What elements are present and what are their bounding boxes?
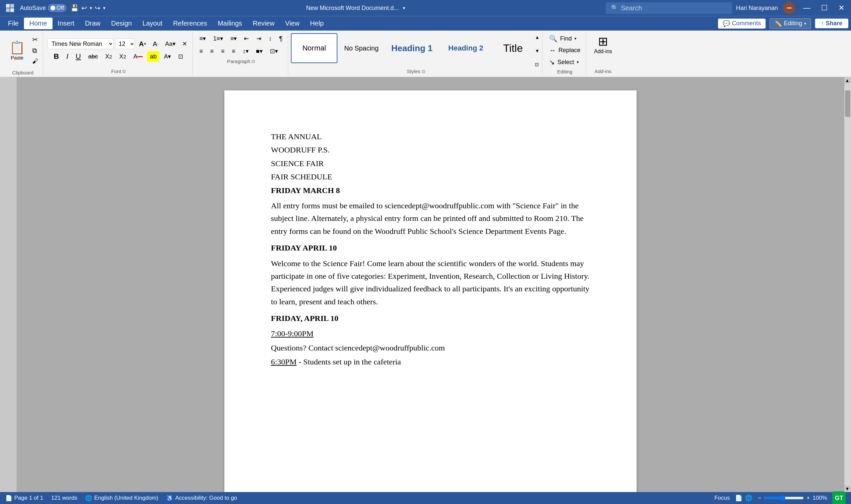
accessibility[interactable]: ♿ Accessibility: Good to go	[166, 495, 237, 502]
svg-rect-3	[6, 8, 10, 12]
format-painter-button[interactable]: 🖌	[30, 57, 40, 66]
share-button[interactable]: ↑ Share	[815, 19, 848, 28]
highlight-button[interactable]: ab	[147, 51, 159, 62]
comments-button[interactable]: 💬 Comments	[718, 19, 766, 29]
menu-layout[interactable]: Layout	[137, 18, 168, 29]
scroll-down-arrow[interactable]: ▼	[844, 485, 850, 492]
undo-button[interactable]: ↩	[82, 4, 87, 12]
underline-button[interactable]: U	[73, 51, 84, 62]
search-bar[interactable]: 🔍	[606, 2, 732, 14]
close-button[interactable]: ✕	[836, 2, 847, 14]
paragraph-expand[interactable]: ⊡	[252, 59, 255, 64]
increase-indent-button[interactable]: ⇥	[254, 33, 264, 44]
addins-icon: ⊞	[598, 35, 608, 49]
cut-button[interactable]: ✂	[30, 35, 40, 44]
shading-para-button[interactable]: ■▾	[253, 46, 265, 56]
borders-button[interactable]: ⊡▾	[267, 46, 281, 56]
style-heading1[interactable]: Heading 1	[385, 33, 439, 63]
menu-draw[interactable]: Draw	[80, 18, 106, 29]
style-no-spacing[interactable]: No Spacing	[338, 33, 385, 63]
clear-format-button[interactable]: ✕	[179, 38, 190, 49]
menu-review[interactable]: Review	[247, 18, 280, 29]
minimize-button[interactable]: —	[800, 2, 813, 14]
text-effect-button[interactable]: A▾	[161, 51, 174, 62]
zoom-out-button[interactable]: −	[758, 495, 761, 502]
restore-button[interactable]: ☐	[818, 2, 830, 14]
superscript-button[interactable]: X2	[117, 51, 129, 62]
line-7: FRIDAY, APRIL 10	[271, 312, 590, 325]
change-case-button[interactable]: Aa▾	[162, 38, 178, 49]
subscript-button[interactable]: X2	[103, 51, 115, 62]
menu-view[interactable]: View	[280, 18, 305, 29]
quick-access-more[interactable]: ▾	[103, 5, 105, 11]
styles-more[interactable]: ⊡	[534, 61, 541, 68]
decrease-indent-button[interactable]: ⇤	[241, 33, 252, 44]
scroll-thumb[interactable]	[845, 90, 850, 117]
style-normal[interactable]: Normal	[291, 33, 337, 63]
select-button[interactable]: ↘ Select ▾	[547, 57, 583, 68]
document-canvas[interactable]: THE ANNUAL WOODRUFF P.S. SCIENCE FAIR FA…	[17, 77, 844, 492]
find-dropdown[interactable]: ▾	[574, 36, 577, 41]
menu-home[interactable]: Home	[24, 18, 52, 29]
show-marks-button[interactable]: ¶	[276, 33, 285, 44]
align-right-button[interactable]: ≡	[218, 46, 227, 56]
redo-button[interactable]: ↪	[95, 4, 101, 12]
addins-button[interactable]: ⊞ Add-ins	[590, 33, 616, 67]
editing-button[interactable]: ✏️ Editing ▾	[769, 18, 811, 29]
zoom-in-button[interactable]: +	[806, 495, 810, 502]
menu-design[interactable]: Design	[106, 18, 137, 29]
font-color-button[interactable]: A	[131, 51, 145, 62]
language[interactable]: 🌐 English (United Kingdom)	[85, 495, 158, 502]
select-dropdown[interactable]: ▾	[577, 60, 579, 65]
copy-button[interactable]: ⧉	[30, 46, 40, 55]
justify-button[interactable]: ≡	[229, 46, 238, 56]
align-center-button[interactable]: ≡	[208, 46, 216, 56]
search-input[interactable]	[621, 4, 727, 12]
save-icon[interactable]: 💾	[70, 4, 79, 12]
scroll-track[interactable]	[844, 84, 851, 485]
print-layout-icon[interactable]: 📄	[735, 494, 742, 502]
numbering-button[interactable]: 1≡▾	[210, 33, 226, 44]
menu-insert[interactable]: Insert	[53, 18, 80, 29]
autosave-toggle[interactable]: Off	[48, 4, 67, 12]
zoom-slider[interactable]	[764, 496, 804, 501]
font-size-select[interactable]: 12 10 14 16	[115, 38, 135, 49]
strikethrough-button[interactable]: abc	[85, 51, 101, 62]
focus-button[interactable]: Focus	[714, 495, 730, 501]
line-spacing-button[interactable]: ↕▾	[240, 46, 251, 56]
find-button[interactable]: 🔍 Find ▾	[547, 33, 583, 44]
font-grow-button[interactable]: A+	[136, 38, 148, 49]
styles-scroll-up[interactable]: ▲	[534, 34, 541, 40]
undo-dropdown[interactable]: ▾	[90, 5, 92, 11]
menu-file[interactable]: File	[3, 18, 24, 29]
replace-button[interactable]: ↔ Replace	[547, 45, 583, 55]
web-layout-icon[interactable]: 🌐	[745, 494, 752, 502]
avatar[interactable]: •••	[783, 2, 795, 14]
vertical-scrollbar[interactable]: ▲ ▼	[844, 77, 851, 492]
paste-button[interactable]: 📋 Paste	[5, 32, 29, 69]
scroll-up-arrow[interactable]: ▲	[844, 77, 850, 84]
font-group-label: Font	[111, 69, 121, 74]
autosave-label: AutoSave	[20, 5, 46, 12]
sort-button[interactable]: ↕	[266, 33, 274, 44]
align-left-button[interactable]: ≡	[197, 46, 206, 56]
styles-expand[interactable]: ⊡	[422, 69, 425, 74]
bullets-button[interactable]: ≡▾	[197, 33, 209, 44]
menu-references[interactable]: References	[168, 18, 212, 29]
style-heading2[interactable]: Heading 2	[439, 33, 492, 63]
bold-button[interactable]: B	[51, 51, 62, 62]
document-page[interactable]: THE ANNUAL WOODRUFF P.S. SCIENCE FAIR FA…	[224, 90, 637, 492]
menu-mailings[interactable]: Mailings	[212, 18, 247, 29]
style-title[interactable]: Title	[493, 33, 533, 63]
font-name-select[interactable]: Times New Roman Arial Calibri	[47, 38, 114, 49]
line-6: FRIDAY APRIL 10	[271, 241, 590, 254]
menu-help[interactable]: Help	[305, 18, 329, 29]
multilevel-button[interactable]: ≡▾	[228, 33, 240, 44]
italic-button[interactable]: I	[64, 51, 71, 62]
title-dropdown[interactable]: ▾	[403, 5, 405, 11]
shading-button[interactable]: ⊡	[176, 51, 186, 62]
font-expand[interactable]: ⊡	[122, 69, 126, 74]
styles-scroll-down[interactable]: ▼	[534, 48, 541, 54]
ribbon: 📋 Paste ✂ ⧉ 🖌 Clipboard Times New Roman …	[0, 31, 851, 77]
font-shrink-button[interactable]: A-	[150, 38, 161, 49]
